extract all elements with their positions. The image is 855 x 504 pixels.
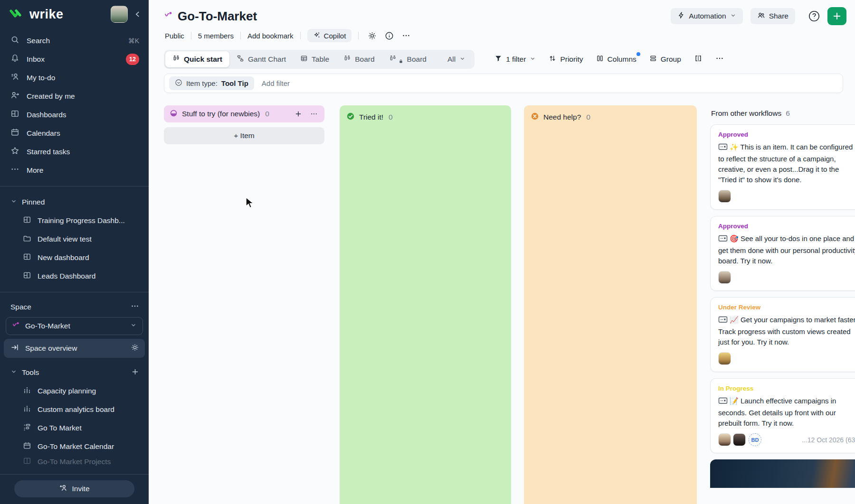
tab-board-locked[interactable]: Board <box>382 51 434 67</box>
members-link[interactable]: 5 members <box>198 32 234 40</box>
chevron-down-icon <box>730 12 736 20</box>
add-filter-link[interactable]: Add filter <box>262 79 290 87</box>
my-todo-label: My to-do <box>27 74 139 82</box>
tab-table[interactable]: Table <box>293 51 336 67</box>
header-more-icon[interactable] <box>399 29 413 42</box>
sidebar-item-dashboards[interactable]: Dashboards <box>0 105 149 124</box>
wrike-logo[interactable]: wrike <box>10 7 64 22</box>
dashboard-icon <box>23 271 31 281</box>
add-bookmark-link[interactable]: Add bookmark <box>247 32 294 40</box>
sidebar-item-my-todo[interactable]: My to-do <box>0 68 149 87</box>
wrike-logo-text: wrike <box>29 7 64 22</box>
space-selector-value: Go-To-Market <box>25 322 70 330</box>
sidebar-item-space-overview[interactable]: Space overview <box>4 339 145 358</box>
task-card-image[interactable] <box>710 459 855 488</box>
space-gtm-icon <box>164 11 173 22</box>
automation-button[interactable]: Automation <box>671 8 742 24</box>
share-button[interactable]: Share <box>750 8 795 24</box>
sidebar-item-inbox[interactable]: Inbox 12 <box>0 50 149 68</box>
bar-chart-icon <box>23 404 31 415</box>
add-item-button[interactable]: + Item <box>164 127 324 144</box>
tab-label: Board <box>355 55 374 64</box>
sidebar-item-go-to-market-board[interactable]: Go To Market <box>0 419 149 437</box>
column-need-help: Need help? 0 <box>524 105 697 504</box>
sidebar-item-custom-analytics[interactable]: Custom analytics board <box>0 400 149 419</box>
help-button[interactable] <box>807 9 822 24</box>
created-by-me-label: Created by me <box>27 92 139 101</box>
columns-control[interactable]: Columns <box>596 55 636 64</box>
column-more-icon[interactable] <box>308 108 320 120</box>
tool-item-label: Custom analytics board <box>38 405 114 414</box>
divider <box>300 32 301 39</box>
starred-label: Starred tasks <box>27 148 139 156</box>
visibility-label[interactable]: Public <box>165 32 184 40</box>
filter-control[interactable]: 1 filter <box>494 55 536 64</box>
sidebar-item-created-by-me[interactable]: Created by me <box>0 87 149 105</box>
automation-label: Automation <box>689 12 726 20</box>
create-new-button[interactable] <box>827 7 846 25</box>
sidebar-item-new-dashboard[interactable]: New dashboard <box>0 248 149 267</box>
sidebar-item-gtm-calendar[interactable]: Go-To Market Calendar <box>0 437 149 456</box>
header-meta: Public 5 members Add bookmark Copilot <box>165 29 413 42</box>
page-title: Go-To-Market <box>178 9 257 24</box>
tools-section-header[interactable]: Tools <box>0 364 149 382</box>
column-tried-it-area[interactable]: Tried it! 0 <box>340 105 511 504</box>
sidebar-item-more[interactable]: More <box>0 161 149 179</box>
board-icon <box>172 55 180 64</box>
task-card[interactable]: Under Review 📈 Get your campaigns to mar… <box>710 297 855 372</box>
tab-quick-start[interactable]: Quick start <box>165 51 229 67</box>
sidebar-item-capacity-planning[interactable]: Capacity planning <box>0 382 149 400</box>
avatar[interactable] <box>718 352 731 365</box>
sidebar-item-search[interactable]: Search ⌘K <box>0 31 149 50</box>
priority-sort-control[interactable]: Priority <box>549 55 583 64</box>
task-card[interactable]: Approved ✨ This is an item. It can be co… <box>710 124 855 210</box>
avatar[interactable] <box>733 433 746 446</box>
add-tool-icon[interactable] <box>131 368 139 378</box>
column-header: From other workflows 6 <box>710 105 855 124</box>
group-control[interactable]: Group <box>649 55 681 64</box>
more-label: More <box>27 166 139 175</box>
dashboards-label: Dashboards <box>27 111 139 119</box>
main-area: Go-To-Market Automation Share Public 5 m… <box>149 0 855 504</box>
task-card[interactable]: Approved 🎯 See all your to-dos in one pl… <box>710 216 855 291</box>
copilot-button[interactable]: Copilot <box>307 29 352 42</box>
tab-gantt-chart[interactable]: Gantt Chart <box>229 51 293 67</box>
gear-icon[interactable] <box>131 343 139 354</box>
invite-button[interactable]: Invite <box>14 480 134 497</box>
space-more-icon[interactable] <box>131 302 139 312</box>
tab-all-views[interactable]: All <box>440 51 473 67</box>
tab-board[interactable]: Board <box>336 51 381 67</box>
panel-toggle-control[interactable] <box>694 54 703 65</box>
sidebar-item-calendars[interactable]: Calendars <box>0 124 149 142</box>
task-card[interactable]: In Progress 📝 Launch effective campaigns… <box>710 378 855 453</box>
card-footer <box>718 271 855 284</box>
sidebar-item-training-progress[interactable]: Training Progress Dashb... <box>0 211 149 230</box>
divider <box>358 32 359 39</box>
column-header[interactable]: Need help? 0 <box>530 111 691 124</box>
user-avatar[interactable] <box>111 6 128 23</box>
settings-gear-icon[interactable] <box>365 29 379 42</box>
sidebar-item-gtm-projects[interactable]: Go-To Market Projects <box>0 456 149 468</box>
column-need-help-area[interactable]: Need help? 0 <box>524 105 697 504</box>
pinned-section-header[interactable]: Pinned <box>0 193 149 211</box>
sidebar-item-leads-dashboard[interactable]: Leads Dashboard <box>0 267 149 285</box>
column-header[interactable]: Stuff to try (for newbies) 0 <box>164 105 324 122</box>
avatar[interactable] <box>718 271 731 284</box>
avatar[interactable] <box>718 433 731 446</box>
columns-label: Columns <box>608 55 636 64</box>
view-controls: 1 filter Priority Columns Group <box>494 54 724 65</box>
todo-person-icon <box>10 72 19 83</box>
add-card-icon[interactable] <box>293 108 304 120</box>
space-selector[interactable]: Go-To-Market <box>6 317 143 335</box>
sidebar-item-starred[interactable]: Starred tasks <box>0 142 149 161</box>
avatar[interactable] <box>718 190 731 203</box>
board-list-icon <box>23 423 31 433</box>
assignee-badge[interactable]: BD <box>749 433 761 446</box>
filter-bar: Item type: Tool Tip Add filter <box>164 74 843 93</box>
sidebar-item-default-view-test[interactable]: Default view test <box>0 230 149 248</box>
column-header[interactable]: Tried it! 0 <box>345 111 505 124</box>
item-type-filter-chip[interactable]: Item type: Tool Tip <box>169 76 254 90</box>
collapse-sidebar-icon[interactable] <box>133 10 142 19</box>
toolbar-more-control[interactable] <box>715 54 724 65</box>
info-icon[interactable] <box>382 29 396 42</box>
